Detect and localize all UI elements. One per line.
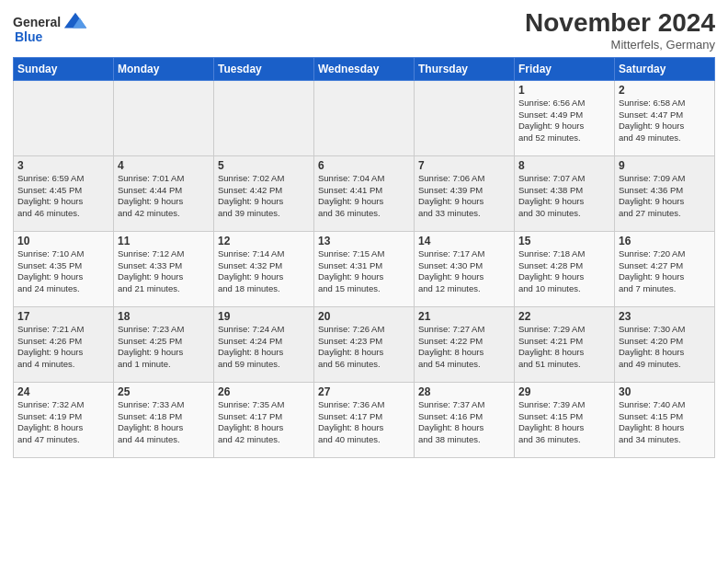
week-row-4: 17Sunrise: 7:21 AMSunset: 4:26 PMDayligh… bbox=[14, 306, 715, 382]
day-number: 2 bbox=[619, 84, 711, 97]
day-info: Sunrise: 7:30 AMSunset: 4:20 PMDaylight:… bbox=[619, 324, 711, 371]
table-cell: 29Sunrise: 7:39 AMSunset: 4:15 PMDayligh… bbox=[515, 382, 615, 457]
day-number: 7 bbox=[418, 159, 510, 172]
week-row-3: 10Sunrise: 7:10 AMSunset: 4:35 PMDayligh… bbox=[14, 231, 715, 306]
day-number: 10 bbox=[17, 235, 109, 247]
table-cell bbox=[314, 80, 415, 155]
day-info: Sunrise: 7:12 AMSunset: 4:33 PMDaylight:… bbox=[118, 248, 210, 295]
header-friday: Friday bbox=[515, 57, 615, 80]
day-number: 26 bbox=[218, 385, 310, 398]
table-cell: 26Sunrise: 7:35 AMSunset: 4:17 PMDayligh… bbox=[214, 382, 314, 457]
table-cell: 16Sunrise: 7:20 AMSunset: 4:27 PMDayligh… bbox=[615, 231, 715, 306]
table-cell: 18Sunrise: 7:23 AMSunset: 4:25 PMDayligh… bbox=[114, 306, 214, 382]
table-cell: 30Sunrise: 7:40 AMSunset: 4:15 PMDayligh… bbox=[615, 382, 715, 457]
day-number: 5 bbox=[218, 159, 310, 172]
week-row-1: 1Sunrise: 6:56 AMSunset: 4:49 PMDaylight… bbox=[14, 80, 715, 155]
day-info: Sunrise: 7:04 AMSunset: 4:41 PMDaylight:… bbox=[318, 173, 410, 220]
day-number: 21 bbox=[418, 310, 510, 323]
day-info: Sunrise: 7:21 AMSunset: 4:26 PMDaylight:… bbox=[17, 324, 109, 371]
table-cell: 24Sunrise: 7:32 AMSunset: 4:19 PMDayligh… bbox=[14, 382, 114, 457]
day-number: 3 bbox=[17, 159, 109, 172]
day-info: Sunrise: 7:18 AMSunset: 4:28 PMDaylight:… bbox=[518, 248, 610, 295]
day-info: Sunrise: 7:20 AMSunset: 4:27 PMDaylight:… bbox=[619, 248, 711, 295]
day-info: Sunrise: 7:14 AMSunset: 4:32 PMDaylight:… bbox=[218, 248, 310, 295]
day-info: Sunrise: 6:59 AMSunset: 4:45 PMDaylight:… bbox=[17, 173, 109, 220]
logo-general-text: General bbox=[13, 15, 61, 30]
page: General Blue November 2024 Mitterfels, G… bbox=[0, 0, 728, 563]
table-cell: 1Sunrise: 6:56 AMSunset: 4:49 PMDaylight… bbox=[515, 80, 615, 155]
day-info: Sunrise: 7:15 AMSunset: 4:31 PMDaylight:… bbox=[318, 248, 410, 295]
day-info: Sunrise: 7:10 AMSunset: 4:35 PMDaylight:… bbox=[17, 248, 109, 295]
day-info: Sunrise: 7:37 AMSunset: 4:16 PMDaylight:… bbox=[418, 399, 510, 446]
day-number: 17 bbox=[17, 310, 109, 323]
month-title: November 2024 bbox=[525, 9, 715, 38]
table-cell: 6Sunrise: 7:04 AMSunset: 4:41 PMDaylight… bbox=[314, 155, 415, 231]
header-monday: Monday bbox=[114, 57, 214, 80]
header-thursday: Thursday bbox=[415, 57, 515, 80]
table-cell: 28Sunrise: 7:37 AMSunset: 4:16 PMDayligh… bbox=[415, 382, 515, 457]
day-number: 13 bbox=[318, 235, 410, 247]
header-tuesday: Tuesday bbox=[214, 57, 314, 80]
header-saturday: Saturday bbox=[615, 57, 715, 80]
day-info: Sunrise: 7:07 AMSunset: 4:38 PMDaylight:… bbox=[518, 173, 610, 220]
table-cell: 20Sunrise: 7:26 AMSunset: 4:23 PMDayligh… bbox=[314, 306, 415, 382]
logo: General Blue bbox=[13, 9, 88, 45]
table-cell bbox=[14, 80, 114, 155]
day-number: 15 bbox=[518, 235, 610, 247]
table-cell: 14Sunrise: 7:17 AMSunset: 4:30 PMDayligh… bbox=[415, 231, 515, 306]
day-info: Sunrise: 7:35 AMSunset: 4:17 PMDaylight:… bbox=[218, 399, 310, 446]
day-info: Sunrise: 7:32 AMSunset: 4:19 PMDaylight:… bbox=[17, 399, 109, 446]
header: General Blue November 2024 Mitterfels, G… bbox=[13, 9, 715, 52]
table-cell: 19Sunrise: 7:24 AMSunset: 4:24 PMDayligh… bbox=[214, 306, 314, 382]
day-info: Sunrise: 7:39 AMSunset: 4:15 PMDaylight:… bbox=[518, 399, 610, 446]
day-info: Sunrise: 7:23 AMSunset: 4:25 PMDaylight:… bbox=[118, 324, 210, 371]
day-info: Sunrise: 7:26 AMSunset: 4:23 PMDaylight:… bbox=[318, 324, 410, 371]
day-number: 1 bbox=[518, 84, 610, 97]
day-number: 14 bbox=[418, 235, 510, 247]
table-cell: 9Sunrise: 7:09 AMSunset: 4:36 PMDaylight… bbox=[615, 155, 715, 231]
day-info: Sunrise: 6:56 AMSunset: 4:49 PMDaylight:… bbox=[518, 98, 610, 144]
day-number: 23 bbox=[619, 310, 711, 323]
day-info: Sunrise: 7:29 AMSunset: 4:21 PMDaylight:… bbox=[518, 324, 610, 371]
day-number: 16 bbox=[619, 235, 711, 247]
day-number: 25 bbox=[118, 385, 210, 398]
day-number: 6 bbox=[318, 159, 410, 172]
table-cell: 22Sunrise: 7:29 AMSunset: 4:21 PMDayligh… bbox=[515, 306, 615, 382]
table-cell: 4Sunrise: 7:01 AMSunset: 4:44 PMDaylight… bbox=[114, 155, 214, 231]
day-number: 11 bbox=[118, 235, 210, 247]
table-cell: 3Sunrise: 6:59 AMSunset: 4:45 PMDaylight… bbox=[14, 155, 114, 231]
table-cell: 10Sunrise: 7:10 AMSunset: 4:35 PMDayligh… bbox=[14, 231, 114, 306]
week-row-2: 3Sunrise: 6:59 AMSunset: 4:45 PMDaylight… bbox=[14, 155, 715, 231]
day-number: 27 bbox=[318, 385, 410, 398]
calendar-table: Sunday Monday Tuesday Wednesday Thursday… bbox=[13, 57, 715, 458]
day-info: Sunrise: 7:33 AMSunset: 4:18 PMDaylight:… bbox=[118, 399, 210, 446]
table-cell: 12Sunrise: 7:14 AMSunset: 4:32 PMDayligh… bbox=[214, 231, 314, 306]
table-cell: 25Sunrise: 7:33 AMSunset: 4:18 PMDayligh… bbox=[114, 382, 214, 457]
day-number: 12 bbox=[218, 235, 310, 247]
table-cell: 8Sunrise: 7:07 AMSunset: 4:38 PMDaylight… bbox=[515, 155, 615, 231]
day-info: Sunrise: 7:01 AMSunset: 4:44 PMDaylight:… bbox=[118, 173, 210, 220]
location: Mitterfels, Germany bbox=[525, 38, 715, 52]
day-number: 19 bbox=[218, 310, 310, 323]
day-info: Sunrise: 7:36 AMSunset: 4:17 PMDaylight:… bbox=[318, 399, 410, 446]
week-row-5: 24Sunrise: 7:32 AMSunset: 4:19 PMDayligh… bbox=[14, 382, 715, 457]
table-cell bbox=[214, 80, 314, 155]
day-info: Sunrise: 7:40 AMSunset: 4:15 PMDaylight:… bbox=[619, 399, 711, 446]
table-cell: 13Sunrise: 7:15 AMSunset: 4:31 PMDayligh… bbox=[314, 231, 415, 306]
day-info: Sunrise: 7:06 AMSunset: 4:39 PMDaylight:… bbox=[418, 173, 510, 220]
day-info: Sunrise: 6:58 AMSunset: 4:47 PMDaylight:… bbox=[619, 98, 711, 144]
day-info: Sunrise: 7:09 AMSunset: 4:36 PMDaylight:… bbox=[619, 173, 711, 220]
day-info: Sunrise: 7:27 AMSunset: 4:22 PMDaylight:… bbox=[418, 324, 510, 371]
day-number: 30 bbox=[619, 385, 711, 398]
day-number: 28 bbox=[418, 385, 510, 398]
table-cell bbox=[415, 80, 515, 155]
day-info: Sunrise: 7:24 AMSunset: 4:24 PMDaylight:… bbox=[218, 324, 310, 371]
logo-blue-text: Blue bbox=[15, 29, 42, 45]
day-number: 4 bbox=[118, 159, 210, 172]
day-number: 9 bbox=[619, 159, 711, 172]
table-cell: 5Sunrise: 7:02 AMSunset: 4:42 PMDaylight… bbox=[214, 155, 314, 231]
table-cell: 15Sunrise: 7:18 AMSunset: 4:28 PMDayligh… bbox=[515, 231, 615, 306]
logo-icon bbox=[63, 9, 88, 35]
title-block: November 2024 Mitterfels, Germany bbox=[525, 9, 715, 52]
day-info: Sunrise: 7:02 AMSunset: 4:42 PMDaylight:… bbox=[218, 173, 310, 220]
